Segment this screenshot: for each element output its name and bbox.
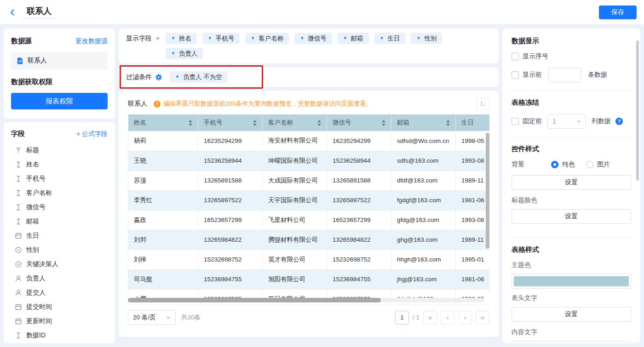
horizontal-scrollbar[interactable]: [128, 298, 381, 302]
vertical-scrollbar[interactable]: [486, 133, 489, 249]
calendar-icon: [15, 303, 22, 311]
field-item[interactable]: 数据ID: [11, 328, 108, 342]
document-icon: [17, 57, 24, 64]
table-cell: 16523657299: [327, 210, 391, 230]
field-label: 手机号: [26, 175, 46, 183]
change-datasource-link[interactable]: 更改数据源: [75, 37, 108, 46]
field-item[interactable]: 生日: [11, 228, 108, 243]
display-field-chip[interactable]: ▼性别: [411, 33, 442, 44]
table-row: 苏漫13265891588大成国际有限公司13265891588dfdf@163…: [128, 171, 490, 190]
table-row: 杨莉16235294299海安材料有限公司16235294299sdfsd@Wo…: [128, 131, 490, 151]
column-header[interactable]: 邮箱: [391, 114, 456, 131]
show-first-count-input[interactable]: [548, 68, 581, 82]
column-header-inner: 邮箱: [397, 119, 450, 127]
page-size-select[interactable]: 20 条/页: [128, 310, 176, 325]
horizontal-scrollbar-track: [128, 298, 484, 302]
fields-title: 字段: [11, 130, 25, 138]
field-item[interactable]: 姓名: [11, 157, 108, 171]
save-button[interactable]: 保存: [599, 6, 637, 19]
display-field-chip[interactable]: ▼客户名称: [245, 33, 289, 44]
caret-down-icon: ▼: [251, 36, 255, 40]
content-text-set-button[interactable]: 设置: [512, 341, 631, 343]
field-label: 数据ID: [26, 331, 46, 340]
freeze-count-select[interactable]: 1: [547, 114, 586, 129]
theme-color-swatch[interactable]: [512, 274, 631, 289]
show-index-checkbox[interactable]: [512, 53, 519, 60]
filter-settings-gear-icon[interactable]: [155, 74, 162, 81]
show-index-label: 显示序号: [523, 52, 548, 61]
field-item[interactable]: 提交时间: [11, 300, 108, 314]
next-page-button[interactable]: ›: [458, 311, 472, 324]
background-set-button[interactable]: 设置: [512, 175, 631, 190]
report-permission-button[interactable]: 报表权限: [11, 93, 108, 109]
back-button[interactable]: [7, 7, 17, 17]
image-radio[interactable]: [586, 161, 593, 168]
table-row: 王晓15236258944坤曜国际有限公司15236258944sdfs@163…: [128, 151, 490, 171]
field-item[interactable]: 关键决策人: [11, 257, 108, 271]
show-first-suffix: 条数据: [588, 71, 607, 79]
field-label: 提交时间: [26, 303, 52, 311]
field-item[interactable]: 标题: [11, 143, 108, 157]
datasource-item[interactable]: 联系人: [11, 52, 108, 69]
field-item[interactable]: 邮箱: [11, 214, 108, 228]
column-header[interactable]: 微信号: [327, 114, 391, 131]
sort-button[interactable]: 1↓: [477, 97, 489, 110]
text-icon: [15, 175, 22, 182]
display-field-chip[interactable]: ▼生日: [374, 33, 406, 44]
table-cell: 腾骏材料有限公司: [263, 230, 327, 250]
freeze-checkbox[interactable]: [512, 118, 519, 125]
freeze-prefix-label: 固定前: [523, 117, 542, 125]
column-header[interactable]: 客户名称: [263, 114, 327, 131]
show-first-checkbox[interactable]: [512, 71, 519, 79]
theme-color-swatch-fill: [514, 276, 629, 286]
field-item[interactable]: 微信号: [11, 200, 108, 214]
field-item[interactable]: 提交人: [11, 285, 108, 300]
title-color-set-button[interactable]: 设置: [512, 209, 631, 224]
chip-label: 手机号: [216, 34, 235, 43]
chip-label: 客户名称: [259, 34, 283, 43]
field-item[interactable]: 负责人: [11, 271, 108, 285]
add-formula-field-link[interactable]: + 公式字段: [76, 130, 108, 138]
table-cell: 1998-05: [456, 131, 490, 151]
field-item[interactable]: 更新时间: [11, 314, 108, 328]
table-cell: 1993-08: [456, 151, 490, 171]
image-label: 图片: [597, 160, 610, 169]
help-icon[interactable]: ?: [615, 118, 623, 125]
last-page-button[interactable]: »: [476, 311, 489, 324]
background-label: 背景: [512, 160, 551, 169]
field-item[interactable]: 客户名称: [11, 186, 108, 200]
field-item[interactable]: 手机号: [11, 171, 108, 186]
solid-color-radio[interactable]: [551, 161, 558, 168]
caret-down-icon: ▼: [208, 36, 212, 40]
right-panel-scrollbar[interactable]: [636, 40, 639, 181]
table-cell: fgdgf@163.com: [391, 190, 456, 210]
total-count: 共20条: [181, 313, 201, 322]
display-field-chip[interactable]: ▼邮箱: [338, 33, 369, 44]
field-item[interactable]: 性别: [11, 243, 108, 257]
table-cell: 1989-11: [456, 230, 490, 250]
column-header[interactable]: 姓名: [128, 114, 198, 131]
add-display-field-button[interactable]: +: [155, 33, 161, 44]
sort-carets-icon: [317, 120, 321, 126]
header-text-set-button[interactable]: 设置: [512, 307, 631, 322]
table-cell: 飞星材料公司: [263, 210, 327, 230]
filter-chip[interactable]: ▼ 负责人 不为空: [170, 71, 228, 83]
display-field-chip[interactable]: ▼手机号: [202, 33, 240, 44]
field-label: 生日: [26, 232, 39, 240]
show-first-label: 显示前: [523, 71, 542, 79]
freeze-title: 表格冻结: [512, 98, 631, 107]
table-cell: 海安材料有限公司: [263, 131, 327, 151]
table-cell: 英才有限公司: [263, 250, 327, 269]
prev-page-button[interactable]: ‹: [441, 311, 454, 324]
page-input[interactable]: 1: [395, 311, 409, 324]
data-display-title: 数据显示: [512, 37, 631, 46]
column-header[interactable]: 生日: [456, 114, 490, 131]
display-field-chip[interactable]: ▼微信号: [294, 33, 332, 44]
table-cell: 大成国际有限公司: [263, 171, 327, 190]
display-field-chip[interactable]: ▼姓名: [166, 33, 197, 44]
column-header-label: 微信号: [333, 119, 378, 127]
first-page-button[interactable]: «: [423, 311, 437, 324]
field-label: 微信号: [26, 203, 46, 211]
column-header[interactable]: 手机号: [198, 114, 263, 131]
display-field-chip[interactable]: ▼负责人: [166, 48, 203, 59]
